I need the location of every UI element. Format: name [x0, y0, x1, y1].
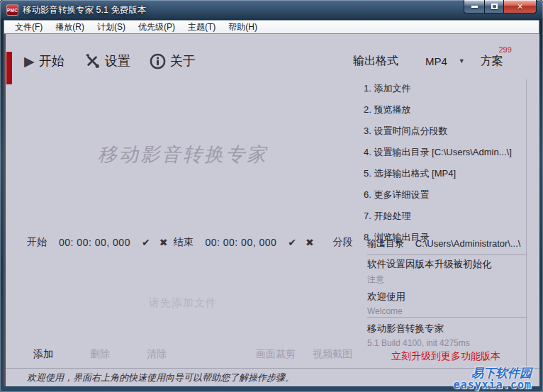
message-title: 移动影音转换专家 — [367, 323, 530, 335]
step-preview[interactable]: 2. 预览播放 — [364, 99, 528, 121]
end-clear-icon[interactable]: ✖ — [306, 237, 314, 248]
output-format-bar: 输出格式 MP4 ▼ 方案 299 — [353, 49, 503, 73]
maximize-icon — [491, 4, 498, 9]
minimize-button[interactable] — [464, 0, 484, 13]
scheme-label: 方案 — [481, 55, 503, 67]
step-set-output-dir[interactable]: 4. 设置输出目录 [C:\Users\Admin...\] — [364, 142, 528, 163]
empty-file-list-hint: 请先添加文件 — [6, 296, 360, 310]
menu-priority[interactable]: 优先级(P) — [132, 21, 181, 33]
preview-watermark: 移动影音转换专家 — [20, 142, 346, 167]
step-select-format[interactable]: 5. 选择输出格式 [MP4] — [364, 163, 528, 184]
message-title: 软件设置因版本升级被初始化 — [367, 258, 530, 271]
toolbar: ▶ 开始 设置 — [24, 47, 196, 75]
status-text: 欢迎使用，界面右上角的快速使用向导可以帮助您了解操作步骤。 — [27, 371, 294, 384]
format-dropdown[interactable]: MP4 — [425, 55, 447, 67]
guide-steps: 1. 添加文件 2. 预览播放 3. 设置时间点分段数 4. 设置输出目录 [C… — [364, 78, 528, 248]
minimize-icon — [471, 6, 478, 8]
trim-start-label: 开始 — [27, 236, 47, 249]
notice-message: 软件设置因版本升级被初始化 注意 — [367, 258, 530, 286]
menu-bar: 文件(F) 播放(R) 计划(S) 优先级(P) 主题(T) 帮助(H) — [4, 20, 539, 34]
start-button-label: 开始 — [39, 52, 65, 69]
close-icon: ✕ — [517, 2, 523, 11]
menu-file[interactable]: 文件(F) — [9, 21, 49, 33]
scheme-button[interactable]: 方案 299 — [481, 54, 503, 69]
maximize-button[interactable] — [484, 0, 504, 13]
step-start-process[interactable]: 7. 开始处理 — [364, 206, 528, 227]
trim-controls: 开始 00: 00: 00, 000 ✔ ✖ 结束 00: 00: 00, 00… — [21, 234, 401, 251]
welcome-message: 欢迎使用 Welcome — [367, 291, 530, 316]
step-more-settings[interactable]: 6. 更多详细设置 — [364, 184, 528, 206]
window-controls: ✕ — [464, 0, 537, 13]
snapshot-button[interactable]: 视频截图 — [313, 348, 352, 361]
menu-play[interactable]: 播放(R) — [49, 21, 91, 33]
step-add-files[interactable]: 1. 添加文件 — [364, 78, 528, 99]
chevron-down-icon[interactable]: ▼ — [459, 57, 465, 65]
tools-icon — [84, 52, 101, 69]
message-subtitle: 5.1 Build 4100, init 4275ms — [367, 338, 530, 348]
window-title: 移动影音转换专家 5.1 免费版本 — [23, 0, 146, 20]
app-icon: PMC — [6, 4, 18, 16]
menu-schedule[interactable]: 计划(S) — [91, 21, 132, 33]
delete-button[interactable]: 删除 — [90, 348, 110, 361]
divider — [367, 254, 527, 255]
start-clear-icon[interactable]: ✖ — [159, 237, 168, 248]
settings-button[interactable]: 设置 — [84, 52, 130, 69]
close-button[interactable]: ✕ — [504, 0, 537, 13]
trim-start-input[interactable]: 00: 00: 00, 000 — [59, 237, 130, 248]
output-dir-label: 输出目录 — [367, 238, 404, 249]
settings-button-label: 设置 — [105, 52, 130, 69]
site-watermark-en: easyxia.com — [454, 380, 532, 391]
play-icon: ▶ — [24, 55, 35, 68]
menu-help[interactable]: 帮助(H) — [222, 21, 264, 33]
add-button[interactable]: 添加 — [33, 348, 53, 361]
clear-button[interactable]: 清除 — [147, 348, 167, 361]
about-button[interactable]: 关于 — [150, 52, 196, 69]
title-bar: PMC 移动影音转换专家 5.1 免费版本 ✕ — [0, 0, 543, 20]
menu-theme[interactable]: 主题(T) — [181, 21, 222, 33]
message-title: 欢迎使用 — [367, 291, 530, 303]
about-button-label: 关于 — [170, 52, 196, 69]
end-confirm-icon[interactable]: ✔ — [288, 237, 296, 248]
site-watermark: 易下软件园 easyxia.com — [454, 367, 532, 391]
segment-label: 分段 — [333, 236, 353, 249]
trim-end-input[interactable]: 00: 00: 00, 000 — [205, 237, 276, 248]
red-accent-bar — [6, 52, 12, 84]
step-set-segments[interactable]: 3. 设置时间点分段数 — [364, 121, 528, 142]
message-subtitle: Welcome — [367, 306, 530, 316]
file-buttons-row: 添加 删除 清除 画面裁剪 视频截图 — [6, 348, 360, 364]
trim-end-label: 结束 — [173, 236, 193, 249]
info-icon — [150, 53, 166, 69]
start-confirm-icon[interactable]: ✔ — [142, 237, 150, 248]
client-area: ▶ 开始 设置 — [4, 34, 539, 386]
app-window: PMC 移动影音转换专家 5.1 免费版本 ✕ 文件(F) 播放(R) 计划(S… — [0, 0, 543, 392]
start-button[interactable]: ▶ 开始 — [24, 52, 65, 69]
scheme-count-badge: 299 — [498, 45, 511, 54]
crop-button[interactable]: 画面裁剪 — [256, 348, 296, 361]
upgrade-link[interactable]: 立刻升级到更多功能版本 — [364, 350, 528, 363]
output-format-label: 输出格式 — [353, 54, 398, 69]
output-dir-value[interactable]: C:\Users\Administrator\...\ — [415, 238, 521, 249]
message-subtitle: 注意 — [367, 274, 530, 286]
divider — [367, 317, 527, 318]
output-dir-row: 输出目录 C:\Users\Administrator\...\ — [367, 237, 520, 250]
version-message: 移动影音转换专家 5.1 Build 4100, init 4275ms — [367, 323, 530, 348]
